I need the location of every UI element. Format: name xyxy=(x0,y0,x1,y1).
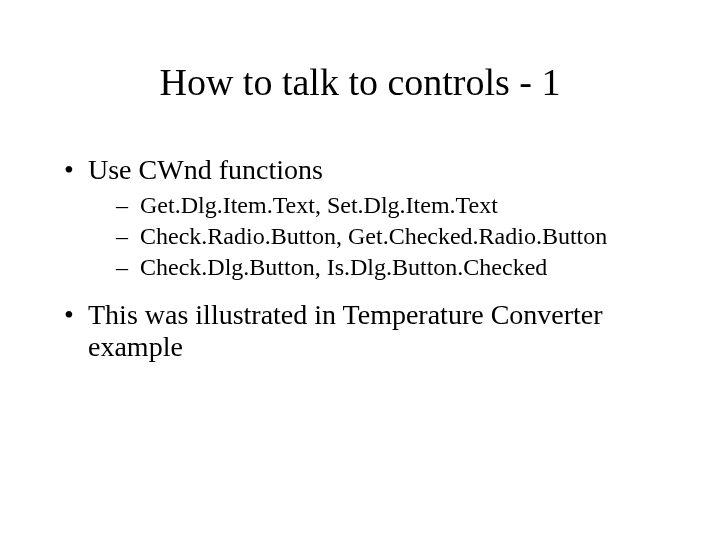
sub-bullet-item: Check.Radio.Button, Get.Checked.Radio.Bu… xyxy=(88,223,660,250)
slide-title: How to talk to controls - 1 xyxy=(60,60,660,104)
sub-bullet-item: Check.Dlg.Button, Is.Dlg.Button.Checked xyxy=(88,254,660,281)
bullet-item: Use CWnd functions Get.Dlg.Item.Text, Se… xyxy=(60,154,660,281)
bullet-list: Use CWnd functions Get.Dlg.Item.Text, Se… xyxy=(60,154,660,363)
sub-bullet-text: Get.Dlg.Item.Text, Set.Dlg.Item.Text xyxy=(140,192,498,218)
sub-bullet-text: Check.Dlg.Button, Is.Dlg.Button.Checked xyxy=(140,254,547,280)
bullet-item: This was illustrated in Temperature Conv… xyxy=(60,299,660,363)
bullet-text: Use CWnd functions xyxy=(88,154,323,185)
slide: How to talk to controls - 1 Use CWnd fun… xyxy=(0,0,720,540)
sub-bullet-item: Get.Dlg.Item.Text, Set.Dlg.Item.Text xyxy=(88,192,660,219)
sub-bullet-list: Get.Dlg.Item.Text, Set.Dlg.Item.Text Che… xyxy=(88,192,660,281)
bullet-text: This was illustrated in Temperature Conv… xyxy=(88,299,603,362)
sub-bullet-text: Check.Radio.Button, Get.Checked.Radio.Bu… xyxy=(140,223,607,249)
